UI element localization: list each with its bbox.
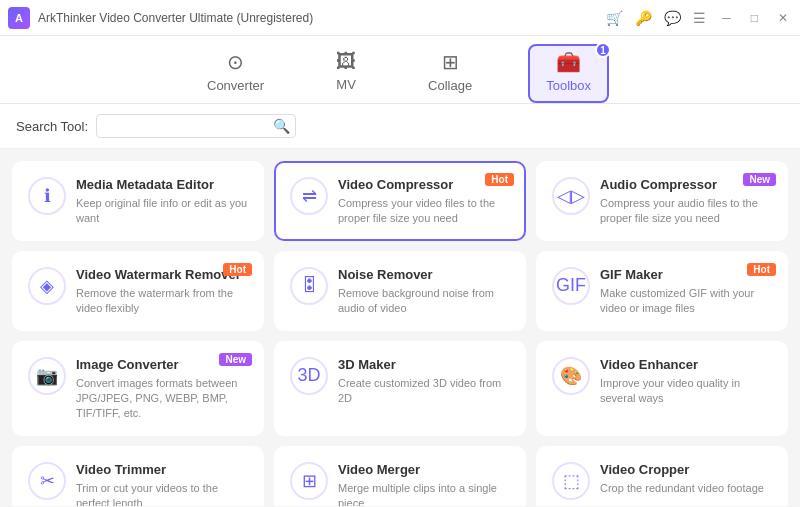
tool-icon-3d-maker: 3D — [290, 357, 328, 395]
app-title: ArkThinker Video Converter Ultimate (Unr… — [38, 11, 313, 25]
tool-card-video-watermark-remover[interactable]: Hot ◈ Video Watermark Remover Remove the… — [12, 251, 264, 331]
menu-icon[interactable]: ☰ — [693, 10, 706, 26]
tool-desc-video-trimmer: Trim or cut your videos to the perfect l… — [76, 481, 248, 506]
tool-grid: ℹ Media Metadata Editor Keep original fi… — [12, 161, 788, 506]
search-bar: Search Tool: 🔍 — [0, 104, 800, 149]
tab-converter-label: Converter — [207, 78, 264, 93]
tool-desc-3d-maker: Create customized 3D video from 2D — [338, 376, 510, 407]
converter-icon: ⊙ — [227, 50, 244, 74]
tool-card-noise-remover[interactable]: 🎛 Noise Remover Remove background noise … — [274, 251, 526, 331]
tool-info-video-enhancer: Video Enhancer Improve your video qualit… — [600, 357, 772, 407]
key-icon[interactable]: 🔑 — [635, 10, 652, 26]
tool-card-gif-maker[interactable]: Hot GIF GIF Maker Make customized GIF wi… — [536, 251, 788, 331]
tool-card-header: ℹ Media Metadata Editor Keep original fi… — [28, 177, 248, 227]
tab-collage-label: Collage — [428, 78, 472, 93]
tool-info-video-watermark-remover: Video Watermark Remover Remove the water… — [76, 267, 248, 317]
badge-video-compressor: Hot — [485, 173, 514, 186]
tool-desc-video-cropper: Crop the redundant video footage — [600, 481, 772, 496]
tool-name-media-metadata-editor: Media Metadata Editor — [76, 177, 248, 192]
toolbox-icon: 🧰 — [556, 50, 581, 74]
tab-mv[interactable]: 🖼 MV — [320, 44, 372, 103]
tool-card-video-trimmer[interactable]: ✂ Video Trimmer Trim or cut your videos … — [12, 446, 264, 506]
tool-info-media-metadata-editor: Media Metadata Editor Keep original file… — [76, 177, 248, 227]
tool-card-video-cropper[interactable]: ⬚ Video Cropper Crop the redundant video… — [536, 446, 788, 506]
tool-card-header: 🎨 Video Enhancer Improve your video qual… — [552, 357, 772, 407]
tool-icon-video-trimmer: ✂ — [28, 462, 66, 500]
tool-info-video-compressor: Video Compressor Compress your video fil… — [338, 177, 510, 227]
tool-icon-video-merger: ⊞ — [290, 462, 328, 500]
search-input-wrap: 🔍 — [96, 114, 296, 138]
tool-icon-gif-maker: GIF — [552, 267, 590, 305]
tool-desc-image-converter: Convert images formats between JPG/JPEG,… — [76, 376, 248, 422]
tool-card-header: ⊞ Video Merger Merge multiple clips into… — [290, 462, 510, 506]
chat-icon[interactable]: 💬 — [664, 10, 681, 26]
cart-icon[interactable]: 🛒 — [606, 10, 623, 26]
tool-desc-video-compressor: Compress your video files to the proper … — [338, 196, 510, 227]
tool-info-image-converter: Image Converter Convert images formats b… — [76, 357, 248, 422]
tool-icon-noise-remover: 🎛 — [290, 267, 328, 305]
maximize-button[interactable]: □ — [747, 11, 762, 25]
search-label: Search Tool: — [16, 119, 88, 134]
toolbox-badge: 1 — [595, 42, 611, 58]
title-bar: A ArkThinker Video Converter Ultimate (U… — [0, 0, 800, 36]
close-button[interactable]: ✕ — [774, 11, 792, 25]
badge-image-converter: New — [219, 353, 252, 366]
tool-icon-video-compressor: ⇌ — [290, 177, 328, 215]
tool-card-header: ◁▷ Audio Compressor Compress your audio … — [552, 177, 772, 227]
tool-card-header: 📷 Image Converter Convert images formats… — [28, 357, 248, 422]
tool-card-video-enhancer[interactable]: 🎨 Video Enhancer Improve your video qual… — [536, 341, 788, 436]
tool-card-video-merger[interactable]: ⊞ Video Merger Merge multiple clips into… — [274, 446, 526, 506]
minimize-button[interactable]: ─ — [718, 11, 735, 25]
tool-name-noise-remover: Noise Remover — [338, 267, 510, 282]
title-bar-right: 🛒 🔑 💬 ☰ ─ □ ✕ — [606, 10, 792, 26]
app-icon: A — [8, 7, 30, 29]
tool-card-header: ⬚ Video Cropper Crop the redundant video… — [552, 462, 772, 500]
tool-icon-media-metadata-editor: ℹ — [28, 177, 66, 215]
tool-info-video-cropper: Video Cropper Crop the redundant video f… — [600, 462, 772, 496]
tool-desc-video-watermark-remover: Remove the watermark from the video flex… — [76, 286, 248, 317]
badge-video-watermark-remover: Hot — [223, 263, 252, 276]
badge-gif-maker: Hot — [747, 263, 776, 276]
tool-card-3d-maker[interactable]: 3D 3D Maker Create customized 3D video f… — [274, 341, 526, 436]
tool-icon-audio-compressor: ◁▷ — [552, 177, 590, 215]
tool-desc-video-merger: Merge multiple clips into a single piece — [338, 481, 510, 506]
tab-mv-label: MV — [336, 77, 356, 92]
tool-desc-media-metadata-editor: Keep original file info or edit as you w… — [76, 196, 248, 227]
search-icon[interactable]: 🔍 — [273, 118, 290, 134]
collage-icon: ⊞ — [442, 50, 459, 74]
tab-converter[interactable]: ⊙ Converter — [191, 44, 280, 103]
tool-info-video-trimmer: Video Trimmer Trim or cut your videos to… — [76, 462, 248, 506]
tool-name-video-cropper: Video Cropper — [600, 462, 772, 477]
tool-desc-audio-compressor: Compress your audio files to the proper … — [600, 196, 772, 227]
tool-info-gif-maker: GIF Maker Make customized GIF with your … — [600, 267, 772, 317]
tool-name-gif-maker: GIF Maker — [600, 267, 772, 282]
tool-card-header: 🎛 Noise Remover Remove background noise … — [290, 267, 510, 317]
tool-card-header: ◈ Video Watermark Remover Remove the wat… — [28, 267, 248, 317]
tool-card-media-metadata-editor[interactable]: ℹ Media Metadata Editor Keep original fi… — [12, 161, 264, 241]
tool-desc-video-enhancer: Improve your video quality in several wa… — [600, 376, 772, 407]
mv-icon: 🖼 — [336, 50, 356, 73]
tool-icon-video-cropper: ⬚ — [552, 462, 590, 500]
tool-card-header: GIF GIF Maker Make customized GIF with y… — [552, 267, 772, 317]
tool-card-audio-compressor[interactable]: New ◁▷ Audio Compressor Compress your au… — [536, 161, 788, 241]
tool-name-video-trimmer: Video Trimmer — [76, 462, 248, 477]
tool-card-header: ⇌ Video Compressor Compress your video f… — [290, 177, 510, 227]
tool-desc-gif-maker: Make customized GIF with your video or i… — [600, 286, 772, 317]
tool-icon-video-enhancer: 🎨 — [552, 357, 590, 395]
tab-toolbox[interactable]: 1 🧰 Toolbox — [528, 44, 609, 103]
tab-collage[interactable]: ⊞ Collage — [412, 44, 488, 103]
nav-bar: ⊙ Converter 🖼 MV ⊞ Collage 1 🧰 Toolbox — [0, 36, 800, 104]
tool-name-3d-maker: 3D Maker — [338, 357, 510, 372]
tool-info-3d-maker: 3D Maker Create customized 3D video from… — [338, 357, 510, 407]
tool-icon-video-watermark-remover: ◈ — [28, 267, 66, 305]
search-input[interactable] — [105, 119, 273, 134]
tool-name-video-compressor: Video Compressor — [338, 177, 510, 192]
tool-card-image-converter[interactable]: New 📷 Image Converter Convert images for… — [12, 341, 264, 436]
tool-icon-image-converter: 📷 — [28, 357, 66, 395]
tool-name-video-enhancer: Video Enhancer — [600, 357, 772, 372]
tool-card-video-compressor[interactable]: Hot ⇌ Video Compressor Compress your vid… — [274, 161, 526, 241]
tool-desc-noise-remover: Remove background noise from audio of vi… — [338, 286, 510, 317]
tab-toolbox-label: Toolbox — [546, 78, 591, 93]
tool-name-video-watermark-remover: Video Watermark Remover — [76, 267, 248, 282]
badge-audio-compressor: New — [743, 173, 776, 186]
